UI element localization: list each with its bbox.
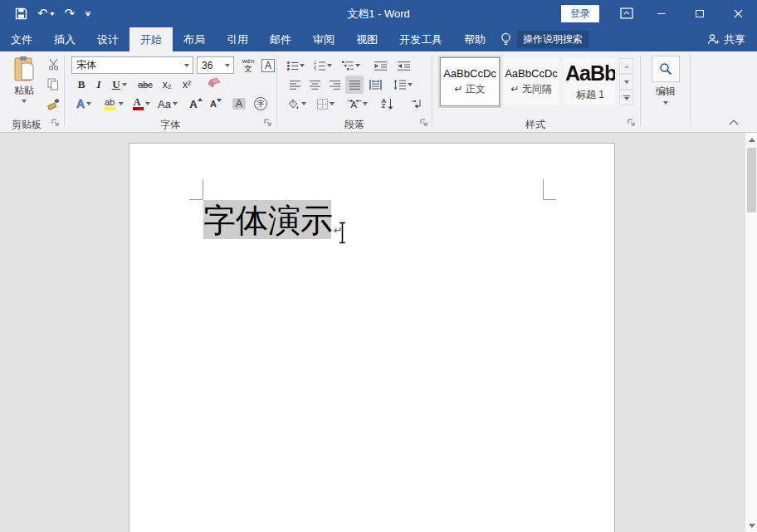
tab-help[interactable]: 帮助	[453, 27, 496, 51]
tab-insert[interactable]: 插入	[43, 27, 86, 51]
person-icon	[707, 33, 720, 46]
underline-dropdown-icon[interactable]	[122, 83, 127, 86]
font-color-button[interactable]: A	[128, 95, 153, 113]
sort-button[interactable]: A Z	[377, 95, 398, 113]
tab-developer[interactable]: 开发工具	[388, 27, 453, 51]
document-text[interactable]: 字体演示	[203, 202, 333, 239]
text-effects-dropdown-icon[interactable]	[86, 102, 91, 105]
scrollbar-up-button[interactable]	[745, 133, 757, 146]
paint-bucket-icon	[286, 98, 300, 110]
vertical-scrollbar[interactable]	[745, 133, 757, 532]
ibeam-cursor	[338, 222, 347, 244]
justify-button[interactable]	[345, 76, 364, 94]
shading-button[interactable]	[284, 95, 309, 113]
multilevel-list-button[interactable]	[339, 56, 364, 75]
character-shading-button[interactable]: A	[229, 95, 249, 113]
show-hide-marks-button[interactable]	[407, 95, 428, 113]
document-page[interactable]: 字体演示 ↵	[129, 143, 615, 532]
paste-button[interactable]: 粘贴	[5, 56, 43, 114]
ribbon: 粘贴 剪贴板 宋体 36 wén文 A B I U abc x₂ x²	[0, 51, 757, 133]
line-spacing-button[interactable]	[390, 76, 415, 94]
editing-button[interactable]: 编辑	[650, 56, 681, 107]
font-size-combo[interactable]: 36	[197, 56, 234, 74]
font-name-combo[interactable]: 宋体	[71, 56, 193, 74]
superscript-button[interactable]: x²	[178, 76, 196, 94]
styles-scroll-down-button[interactable]	[619, 74, 633, 90]
borders-button[interactable]	[312, 95, 339, 113]
font-size-dropdown-icon[interactable]	[222, 64, 233, 67]
bold-button[interactable]: B	[73, 76, 90, 94]
copy-button[interactable]	[43, 76, 63, 93]
clipboard-dialog-launcher-icon[interactable]	[51, 119, 61, 129]
sign-in-button[interactable]: 登录	[561, 5, 599, 22]
ribbon-display-options-icon[interactable]	[619, 7, 634, 20]
tab-review[interactable]: 审阅	[302, 27, 345, 51]
font-name-dropdown-icon[interactable]	[181, 64, 193, 67]
font-color-dropdown-icon[interactable]	[145, 102, 150, 105]
shrink-font-button[interactable]: A	[204, 95, 222, 113]
align-right-button[interactable]	[325, 76, 344, 94]
close-button[interactable]	[719, 0, 757, 27]
tab-references[interactable]: 引用	[216, 27, 259, 51]
line-spacing-dropdown-icon[interactable]	[408, 83, 413, 86]
change-case-dropdown-icon[interactable]	[173, 102, 178, 105]
scrollbar-down-button[interactable]	[745, 519, 757, 532]
style-no-spacing[interactable]: AaBbCcDc ↵ 无间隔	[504, 58, 559, 105]
bullets-dropdown-icon[interactable]	[300, 64, 305, 67]
tab-file[interactable]: 文件	[0, 27, 43, 51]
increase-indent-button[interactable]	[393, 56, 413, 75]
maximize-button[interactable]	[681, 0, 719, 27]
scrollbar-thumb[interactable]	[747, 148, 756, 212]
cut-button[interactable]	[43, 56, 63, 73]
multilevel-dropdown-icon[interactable]	[355, 64, 360, 67]
tab-mailings[interactable]: 邮件	[259, 27, 302, 51]
font-dialog-launcher-icon[interactable]	[264, 119, 274, 129]
enclose-characters-button[interactable]: 字	[251, 95, 271, 113]
italic-button[interactable]: I	[91, 76, 106, 94]
styles-scroll-up-button[interactable]	[619, 58, 633, 74]
format-painter-button[interactable]	[43, 95, 63, 113]
distribute-text-button[interactable]	[365, 76, 385, 94]
grow-font-button[interactable]: A	[184, 95, 203, 113]
align-left-button[interactable]	[286, 76, 304, 94]
tab-design[interactable]: 设计	[86, 27, 129, 51]
text-effects-button[interactable]: A	[71, 95, 96, 113]
tell-me-search[interactable]: 操作说明搜索	[517, 31, 589, 48]
text-highlight-button[interactable]: ab	[100, 95, 126, 113]
style-normal[interactable]: AaBbCcDc ↵ 正文	[441, 58, 499, 105]
editing-dropdown-icon[interactable]	[663, 101, 668, 105]
shading-dropdown-icon[interactable]	[301, 102, 306, 105]
tab-view[interactable]: 视图	[345, 27, 388, 51]
numbering-dropdown-icon[interactable]	[327, 64, 332, 67]
decrease-indent-icon	[374, 61, 387, 71]
clear-formatting-button[interactable]	[203, 74, 224, 92]
underline-button[interactable]: U	[108, 76, 131, 94]
character-border-button[interactable]: A	[259, 56, 277, 75]
tab-layout[interactable]: 布局	[173, 27, 216, 51]
highlight-dropdown-icon[interactable]	[119, 102, 124, 105]
selected-text-highlight[interactable]: 字体演示 ↵	[203, 200, 331, 239]
decrease-indent-button[interactable]	[370, 56, 390, 75]
collapse-ribbon-button[interactable]	[729, 120, 739, 125]
asian-layout-button[interactable]: A	[344, 95, 372, 113]
strikethrough-button[interactable]: abc	[134, 76, 156, 94]
change-case-button[interactable]: Aa	[154, 95, 181, 113]
borders-dropdown-icon[interactable]	[330, 102, 335, 105]
share-button[interactable]: 共享	[707, 27, 745, 51]
numbering-button[interactable]: 123	[310, 56, 335, 75]
styles-dialog-launcher-icon[interactable]	[628, 119, 637, 129]
paragraph-dialog-launcher-icon[interactable]	[420, 119, 430, 129]
asian-layout-dropdown-icon[interactable]	[363, 102, 368, 105]
subscript-button[interactable]: x₂	[158, 76, 176, 94]
phonetic-guide-button[interactable]: wén文	[239, 55, 257, 76]
styles-gallery-scroll	[619, 58, 633, 105]
align-center-button[interactable]	[305, 76, 324, 94]
minimize-button[interactable]	[642, 0, 681, 27]
styles-more-button[interactable]	[619, 90, 633, 105]
tab-home[interactable]: 开始	[129, 27, 173, 51]
bullets-icon	[287, 61, 298, 71]
style-heading1[interactable]: AaBb 标题 1	[564, 58, 615, 105]
sort-arrow-icon	[388, 99, 393, 110]
paste-dropdown-icon[interactable]	[22, 100, 27, 103]
bullets-button[interactable]	[284, 56, 307, 75]
